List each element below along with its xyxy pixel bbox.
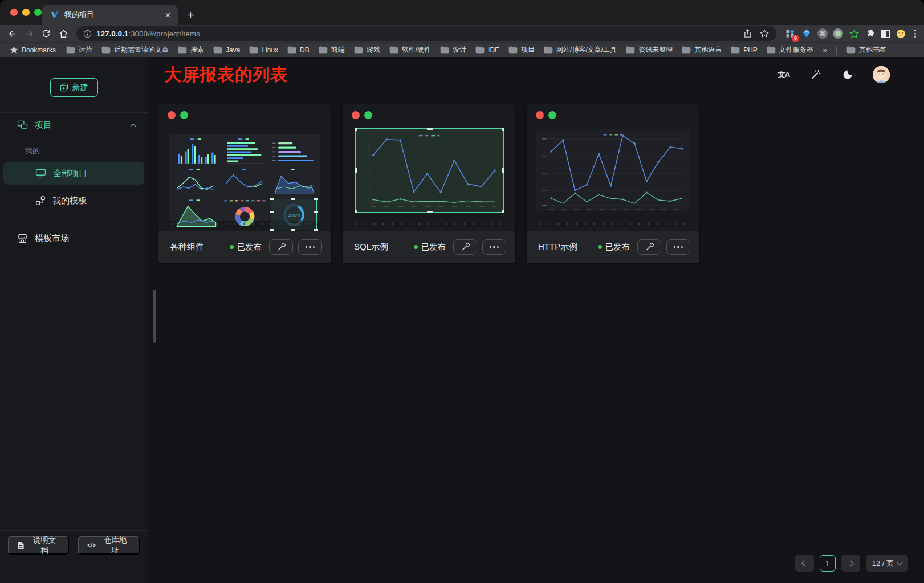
- page-size-select[interactable]: 12 / 页: [866, 555, 908, 572]
- share-icon[interactable]: [741, 27, 754, 40]
- site-info-icon[interactable]: [83, 30, 92, 38]
- project-card-footer: SQL示例 已发布: [343, 231, 515, 263]
- extension-star-icon[interactable]: [848, 28, 860, 39]
- project-card[interactable]: HTTP示例 已发布: [527, 104, 699, 263]
- scrollbar-thumb[interactable]: [153, 290, 156, 343]
- edit-project-button[interactable]: [453, 239, 477, 255]
- bookmarks-root-label: Bookmarks: [22, 46, 56, 54]
- folder-icon: [475, 46, 485, 54]
- bookmark-folder-item[interactable]: 文件服务器: [763, 44, 817, 56]
- chevron-right-icon: [848, 561, 853, 566]
- edit-project-button[interactable]: [269, 239, 293, 255]
- repository-button[interactable]: </> 仓库地址: [78, 536, 140, 555]
- sidebar-group-label: 我的: [0, 137, 148, 160]
- more-actions-button[interactable]: [482, 239, 506, 255]
- bookmark-folder-item[interactable]: 软件/硬件: [385, 44, 435, 56]
- projects-icon: [17, 120, 28, 130]
- bookmark-folder-item[interactable]: DB: [283, 45, 314, 55]
- bookmarks-root-item[interactable]: Bookmarks: [6, 44, 60, 55]
- address-bar[interactable]: 127.0.0.1:3000/#/project/items: [76, 26, 776, 41]
- bookmark-folder-item[interactable]: PHP: [727, 45, 762, 55]
- extension-grid-icon[interactable]: 9: [784, 28, 796, 39]
- other-bookmarks-label: 其他书签: [859, 45, 886, 55]
- bookmark-folder-item[interactable]: 设计: [436, 44, 470, 56]
- bookmark-folder-label: 软件/硬件: [402, 45, 431, 55]
- bookmarks-overflow-button[interactable]: »: [820, 46, 831, 54]
- other-bookmarks-item[interactable]: 其他书签: [842, 44, 890, 56]
- folder-icon: [354, 46, 363, 54]
- current-page-button[interactable]: 1: [820, 555, 836, 572]
- more-actions-button[interactable]: [666, 239, 690, 255]
- bookmark-star-icon[interactable]: [758, 27, 771, 40]
- bookmark-folder-item[interactable]: Java: [209, 45, 244, 55]
- bookmark-folder-item[interactable]: 搜索: [174, 44, 208, 56]
- browser-tab[interactable]: 我的项目: [42, 5, 178, 25]
- bookmark-folder-item[interactable]: Linux: [245, 45, 282, 55]
- dashboard-thumbnail: 25.00%: [169, 134, 320, 221]
- back-button[interactable]: [5, 26, 19, 41]
- status-badge: 已发布: [230, 242, 261, 252]
- zoom-window-button[interactable]: [34, 9, 42, 16]
- document-icon: [17, 541, 25, 550]
- project-card[interactable]: 25.00% 各种组件 已发布: [158, 104, 331, 263]
- bookmark-folder-item[interactable]: 前端: [315, 44, 349, 56]
- new-tab-button[interactable]: [182, 7, 198, 23]
- more-actions-button[interactable]: [298, 239, 322, 255]
- reload-button[interactable]: [39, 26, 54, 41]
- bookmark-folder-item[interactable]: 近期需要读的文章: [97, 44, 173, 56]
- page-title: 大屏报表的列表: [164, 63, 288, 87]
- extension-darkreader-icon[interactable]: [881, 30, 890, 38]
- extensions-puzzle-icon[interactable]: [865, 28, 876, 39]
- bookmark-folder-item[interactable]: 项目: [504, 44, 539, 56]
- main-content: 大屏报表的列表 文A: [148, 57, 924, 583]
- extension-command-icon[interactable]: ⌘: [817, 28, 828, 39]
- bookmark-folder-item[interactable]: IDE: [471, 45, 503, 55]
- storefront-icon: [17, 234, 28, 243]
- hammer-icon: [276, 242, 286, 252]
- user-avatar[interactable]: [873, 66, 890, 83]
- browser-toolbar: 127.0.0.1:3000/#/project/items 9 ⌘: [0, 25, 924, 42]
- url-text: 127.0.0.1:3000/#/project/items: [96, 30, 736, 38]
- bookmark-folder-item[interactable]: 运营: [62, 44, 96, 56]
- home-button[interactable]: [56, 26, 71, 41]
- folder-icon: [66, 46, 75, 54]
- extension-emoji-icon[interactable]: [895, 28, 906, 39]
- minimize-window-button[interactable]: [22, 9, 30, 16]
- chevron-up-icon[interactable]: [131, 123, 136, 129]
- magic-wand-icon[interactable]: [809, 68, 823, 81]
- dark-mode-moon-icon[interactable]: [841, 68, 854, 81]
- app-root: 新建 项目 我的 全部项目 我的模板 模板市场: [0, 57, 924, 583]
- dashboard-thumbnail: [355, 128, 504, 213]
- more-icon: [490, 246, 499, 248]
- extension-record-icon[interactable]: [833, 28, 843, 39]
- browser-menu-icon[interactable]: [911, 30, 919, 38]
- language-icon[interactable]: 文A: [777, 68, 791, 81]
- bookmark-folder-item[interactable]: 其他语言: [678, 44, 726, 56]
- sidebar-item-all-projects[interactable]: 全部项目: [3, 162, 144, 185]
- bookmark-folder-item[interactable]: 网站/博客/文章/工具: [540, 44, 621, 56]
- project-card[interactable]: SQL示例 已发布: [343, 104, 515, 263]
- extension-gem-icon[interactable]: [801, 28, 812, 39]
- folder-icon: [731, 46, 740, 54]
- extensions-area: 9 ⌘: [782, 28, 909, 39]
- docs-button[interactable]: 说明文档: [8, 536, 69, 555]
- forward-button[interactable]: [22, 26, 36, 41]
- editor-grid-dots: [536, 223, 690, 225]
- sidebar-section-projects[interactable]: 项目: [0, 113, 148, 137]
- bookmark-folder-item[interactable]: 游戏: [350, 44, 384, 56]
- next-page-button[interactable]: [841, 555, 860, 572]
- bookmark-folder-item[interactable]: 资讯未整理: [622, 44, 677, 56]
- sidebar-item-template-market[interactable]: 模板市场: [0, 225, 148, 251]
- prev-page-button[interactable]: [795, 555, 814, 572]
- template-flow-icon: [35, 195, 46, 206]
- project-card-footer: 各种组件 已发布: [158, 231, 331, 263]
- bookmark-folder-label: 资讯未整理: [638, 45, 673, 55]
- edit-project-button[interactable]: [637, 239, 661, 255]
- sidebar-item-my-templates[interactable]: 我的模板: [3, 189, 144, 212]
- tab-close-icon[interactable]: [163, 10, 172, 19]
- chevron-down-icon: [897, 560, 903, 565]
- new-project-button[interactable]: 新建: [50, 78, 98, 97]
- folder-icon: [213, 46, 222, 54]
- close-window-button[interactable]: [10, 9, 18, 16]
- project-preview: [343, 104, 515, 231]
